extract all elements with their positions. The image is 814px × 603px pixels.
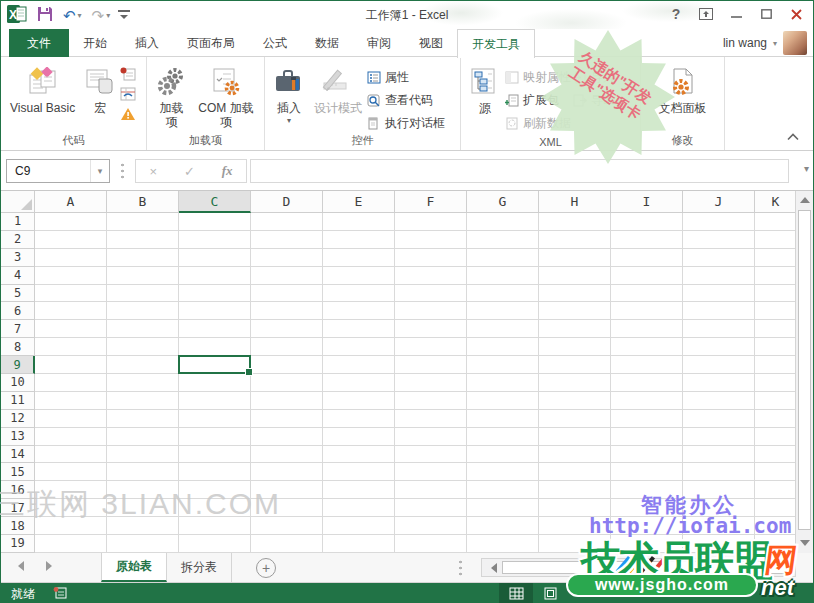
cell[interactable] <box>755 285 797 303</box>
cell[interactable] <box>179 231 251 249</box>
cell[interactable] <box>251 231 323 249</box>
cell[interactable] <box>107 535 179 553</box>
cell[interactable] <box>179 338 251 356</box>
cell[interactable] <box>683 231 755 249</box>
scroll-down-button[interactable] <box>797 535 813 552</box>
cell[interactable] <box>683 320 755 338</box>
row-header[interactable]: 7 <box>1 320 35 338</box>
select-all-button[interactable] <box>1 191 35 213</box>
document-panel-button[interactable]: 文档面板 <box>654 61 712 134</box>
import-button[interactable]: 导入 <box>573 69 615 86</box>
cell[interactable] <box>611 267 683 285</box>
row-header[interactable]: 18 <box>1 517 35 535</box>
cell[interactable] <box>35 481 107 499</box>
cell[interactable] <box>35 249 107 267</box>
cell[interactable] <box>179 535 251 553</box>
cell[interactable] <box>611 428 683 446</box>
cell[interactable] <box>467 267 539 285</box>
cell[interactable] <box>107 481 179 499</box>
cell[interactable] <box>467 320 539 338</box>
view-code-button[interactable]: 查看代码 <box>367 92 445 109</box>
cell[interactable] <box>251 463 323 481</box>
column-header[interactable]: K <box>755 191 797 213</box>
cell[interactable] <box>35 267 107 285</box>
account-area[interactable]: lin wang ▾ <box>723 31 807 55</box>
row-header[interactable]: 3 <box>1 249 35 267</box>
cell[interactable] <box>755 374 797 392</box>
row-header[interactable]: 2 <box>1 231 35 249</box>
cell[interactable] <box>539 231 611 249</box>
cell[interactable] <box>611 535 683 553</box>
cell[interactable] <box>755 267 797 285</box>
tab-page-layout[interactable]: 页面布局 <box>173 29 249 57</box>
page-layout-view-button[interactable] <box>533 583 567 603</box>
cell[interactable] <box>35 410 107 428</box>
cell[interactable] <box>539 302 611 320</box>
cell[interactable] <box>107 374 179 392</box>
help-button[interactable]: ? <box>663 3 689 25</box>
row-header[interactable]: 6 <box>1 302 35 320</box>
confirm-entry-icon[interactable]: ✓ <box>184 164 195 179</box>
cell[interactable] <box>539 374 611 392</box>
row-header[interactable]: 10 <box>1 374 35 392</box>
cell[interactable] <box>539 410 611 428</box>
cell[interactable] <box>467 446 539 464</box>
cell[interactable] <box>107 446 179 464</box>
cell[interactable] <box>251 481 323 499</box>
cell[interactable] <box>323 374 395 392</box>
cell[interactable] <box>35 302 107 320</box>
cell[interactable] <box>179 285 251 303</box>
cell[interactable] <box>251 213 323 231</box>
cell[interactable] <box>611 446 683 464</box>
cell[interactable] <box>323 249 395 267</box>
cell[interactable] <box>539 499 611 517</box>
cell[interactable] <box>755 249 797 267</box>
cell[interactable] <box>251 535 323 553</box>
row-header[interactable]: 17 <box>1 499 35 517</box>
design-mode-button[interactable]: 设计模式 <box>309 61 367 134</box>
cell[interactable] <box>755 320 797 338</box>
cell[interactable] <box>539 446 611 464</box>
cell[interactable] <box>323 302 395 320</box>
sheet-tab-split[interactable]: 拆分表 <box>167 553 232 582</box>
cell[interactable] <box>683 481 755 499</box>
expansion-packs-button[interactable]: 扩展包 <box>505 92 571 109</box>
close-button[interactable] <box>783 3 809 25</box>
cell[interactable] <box>683 213 755 231</box>
cell[interactable] <box>467 356 539 374</box>
cell[interactable] <box>179 320 251 338</box>
cell[interactable] <box>395 338 467 356</box>
cell[interactable] <box>323 285 395 303</box>
cell[interactable] <box>755 302 797 320</box>
cell[interactable] <box>107 249 179 267</box>
cell[interactable] <box>107 285 179 303</box>
redo-dropdown-icon[interactable]: ▾ <box>106 12 110 20</box>
cell[interactable] <box>755 392 797 410</box>
ribbon-display-options-button[interactable] <box>693 3 719 25</box>
row-header[interactable]: 19 <box>1 535 35 553</box>
sheet-nav-right-icon[interactable] <box>46 561 57 571</box>
cell[interactable] <box>395 428 467 446</box>
refresh-data-button[interactable]: 刷新数据 <box>505 115 571 132</box>
column-header[interactable]: B <box>107 191 179 213</box>
cell[interactable] <box>755 410 797 428</box>
cell[interactable] <box>539 338 611 356</box>
cell[interactable] <box>683 535 755 553</box>
cell[interactable] <box>107 231 179 249</box>
cell[interactable] <box>611 410 683 428</box>
column-header[interactable]: A <box>35 191 107 213</box>
cell[interactable] <box>467 249 539 267</box>
cell[interactable] <box>683 410 755 428</box>
cell[interactable] <box>611 517 683 535</box>
cell[interactable] <box>611 356 683 374</box>
cell[interactable] <box>755 428 797 446</box>
cell[interactable] <box>251 517 323 535</box>
cell[interactable] <box>611 249 683 267</box>
cell[interactable] <box>35 428 107 446</box>
redo-button[interactable]: ↷▾ <box>92 8 111 23</box>
row-header[interactable]: 4 <box>1 267 35 285</box>
insert-function-icon[interactable]: fx <box>222 163 233 179</box>
cell[interactable] <box>251 374 323 392</box>
cell[interactable] <box>467 517 539 535</box>
row-header[interactable]: 14 <box>1 446 35 464</box>
